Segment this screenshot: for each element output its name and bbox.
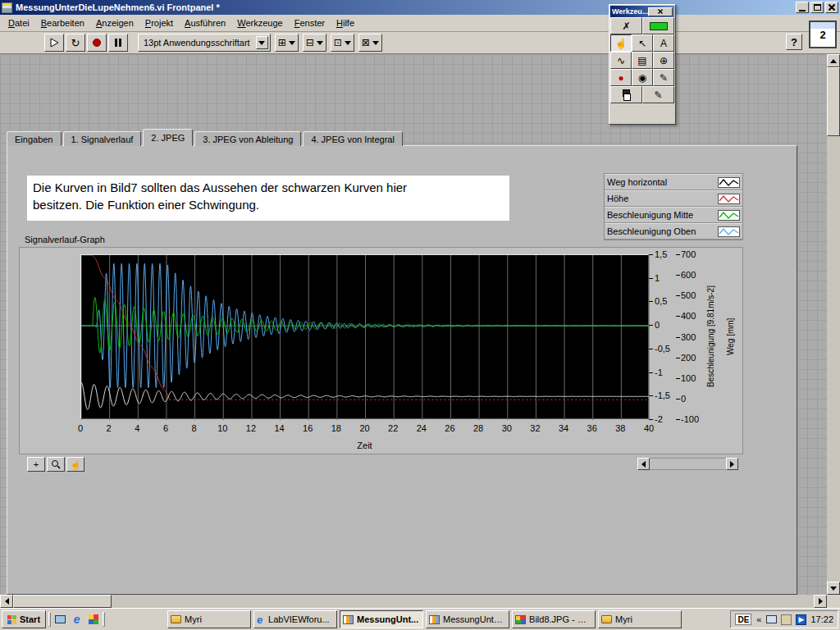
pause-button[interactable] bbox=[108, 34, 128, 52]
title-bar[interactable]: MessungUnterDieLupeNehmen6.vi Frontpanel… bbox=[0, 0, 840, 15]
tray-arrow-icon[interactable]: ▶ bbox=[796, 614, 806, 625]
distribute-objects-dropdown[interactable]: ⊟ bbox=[303, 34, 326, 52]
menu-item-werkzeuge[interactable]: Werkzeuge bbox=[231, 16, 288, 30]
legend-plot-sample[interactable] bbox=[718, 177, 740, 188]
tab-4[interactable]: 3. JPEG von Ableitung bbox=[194, 131, 301, 146]
scroll-right-button[interactable] bbox=[726, 458, 738, 470]
menu-item-hilfe[interactable]: Hilfe bbox=[331, 16, 360, 30]
y-tick-mark bbox=[676, 358, 680, 358]
scroll-down-button[interactable] bbox=[827, 582, 840, 595]
task-label: LabVIEWforu... bbox=[268, 614, 330, 624]
run-continuous-button[interactable]: ↻ bbox=[66, 34, 85, 52]
taskbar-task-folder[interactable]: Myri bbox=[598, 610, 682, 628]
get-color-tool[interactable]: ✎ bbox=[653, 69, 674, 86]
x-tick-label: 24 bbox=[417, 423, 427, 433]
run-continuous-icon: ↻ bbox=[71, 37, 80, 49]
scroll-up-button[interactable] bbox=[827, 54, 840, 67]
automatic-tool-selection[interactable]: ✗ bbox=[610, 17, 642, 34]
minimize-button[interactable] bbox=[796, 2, 809, 13]
tools-palette-close-button[interactable] bbox=[648, 7, 673, 16]
resize-objects-dropdown[interactable]: ⊡ bbox=[331, 34, 354, 52]
align-objects-icon: ⊞ bbox=[278, 37, 286, 48]
arrow-left-icon bbox=[641, 461, 646, 468]
taskbar-task-paint[interactable]: Bild8.JPG - Paint bbox=[512, 610, 596, 628]
x-tick-label: 36 bbox=[587, 423, 597, 433]
tray-volume-icon[interactable] bbox=[781, 614, 792, 625]
paint-tool[interactable]: ✎ bbox=[642, 86, 674, 103]
scroll-window-tool[interactable]: ⊕ bbox=[653, 52, 674, 69]
cursor-tool-button[interactable]: + bbox=[27, 457, 45, 472]
context-help-button[interactable]: ? bbox=[786, 34, 802, 50]
font-selector-dropdown[interactable] bbox=[256, 36, 268, 49]
graph-legend: Weg horizontalHöheBeschleunigung MitteBe… bbox=[604, 173, 743, 240]
tab-3[interactable]: 2. JPEG bbox=[143, 129, 193, 146]
tools-palette-window[interactable]: Werkzeu... ✗☝↖A∿▤⊕●◉✎✎ bbox=[609, 4, 676, 125]
vi-icon[interactable]: 2 bbox=[809, 21, 837, 48]
task-label: MessungUnt... bbox=[357, 614, 418, 624]
tab-1[interactable]: Eingaben bbox=[7, 131, 62, 146]
menu-item-anzeigen[interactable]: Anzeigen bbox=[90, 16, 139, 30]
menu-item-projekt[interactable]: Projekt bbox=[139, 16, 179, 30]
connect-wire-tool[interactable]: ∿ bbox=[610, 52, 632, 69]
scroll-left-button[interactable] bbox=[637, 458, 650, 470]
auto-tool-led[interactable] bbox=[642, 17, 674, 34]
taskbar-clock[interactable]: 17:22 bbox=[810, 614, 833, 624]
plot-area[interactable] bbox=[80, 254, 649, 419]
y-tick-mark bbox=[649, 278, 653, 279]
taskbar-task-ie[interactable]: eLabVIEWforu... bbox=[253, 610, 337, 628]
magnifier-icon bbox=[51, 459, 61, 469]
tab-2[interactable]: 1. Signalverlauf bbox=[63, 131, 142, 146]
taskbar-task-labview[interactable]: MessungUnter... bbox=[426, 610, 509, 628]
abort-button[interactable] bbox=[87, 34, 107, 52]
tab-5[interactable]: 4. JPEG von Integral bbox=[303, 131, 403, 146]
graph-tool-palette: + ☝ bbox=[27, 457, 84, 472]
menu-item-bearbeiten[interactable]: Bearbeiten bbox=[35, 16, 90, 30]
reorder-objects-dropdown[interactable]: ⊠ bbox=[358, 34, 382, 52]
menu-item-datei[interactable]: Datei bbox=[2, 16, 35, 30]
pan-tool-button[interactable]: ☝ bbox=[66, 457, 84, 472]
tray-chevron[interactable]: « bbox=[756, 614, 762, 624]
horizontal-scroll-thumb[interactable] bbox=[13, 595, 112, 608]
legend-label: Höhe bbox=[607, 194, 628, 203]
scroll-left-button[interactable] bbox=[0, 595, 13, 608]
scroll-right-button[interactable] bbox=[814, 595, 827, 608]
y-tick-label: -1 bbox=[655, 368, 679, 377]
menu-item-ausführen[interactable]: Ausführen bbox=[179, 16, 231, 30]
close-button[interactable] bbox=[825, 2, 838, 13]
horizontal-scrollbar[interactable] bbox=[0, 595, 827, 608]
set-breakpoint-tool[interactable]: ● bbox=[610, 69, 632, 86]
quicklaunch-channels-icon[interactable] bbox=[86, 613, 100, 627]
taskbar: Start e MyrieLabVIEWforu...MessungUnt...… bbox=[0, 608, 840, 630]
vertical-scroll-thumb[interactable] bbox=[827, 67, 840, 136]
menu-item-fenster[interactable]: Fenster bbox=[289, 16, 331, 30]
font-selector[interactable]: 13pt Anwendungsschriftart bbox=[138, 34, 271, 52]
tools-palette-titlebar[interactable]: Werkzeu... bbox=[610, 6, 674, 17]
x-tick-label: 8 bbox=[192, 423, 197, 433]
legend-plot-sample[interactable] bbox=[718, 210, 740, 221]
taskbar-task-folder[interactable]: Myri bbox=[167, 610, 251, 628]
probe-data-tool[interactable]: ◉ bbox=[632, 69, 653, 86]
legend-plot-sample[interactable] bbox=[718, 226, 740, 237]
scroll-track[interactable] bbox=[650, 458, 726, 470]
align-objects-dropdown[interactable]: ⊞ bbox=[275, 34, 299, 52]
tray-display-icon[interactable] bbox=[766, 615, 777, 623]
vertical-scrollbar[interactable] bbox=[827, 54, 840, 595]
maximize-button[interactable] bbox=[810, 2, 824, 13]
set-color-tool[interactable] bbox=[610, 86, 642, 103]
start-label: Start bbox=[20, 614, 40, 624]
y-tick-mark bbox=[649, 372, 653, 373]
start-button[interactable]: Start bbox=[2, 610, 46, 628]
position-select-tool[interactable]: ↖ bbox=[632, 34, 653, 52]
edit-text-tool[interactable]: A bbox=[653, 34, 674, 52]
run-button[interactable] bbox=[44, 34, 64, 52]
object-shortcut-menu-tool[interactable]: ▤ bbox=[632, 52, 653, 69]
taskbar-task-labview[interactable]: MessungUnt... bbox=[340, 610, 423, 628]
operate-value-tool[interactable]: ☝ bbox=[610, 34, 632, 52]
language-indicator[interactable]: DE bbox=[735, 614, 751, 625]
legend-plot-sample[interactable] bbox=[718, 194, 740, 204]
y-axis-label-beschleunigung: Beschleunigung [9.81m/s-2] bbox=[704, 254, 717, 419]
quicklaunch-browser-icon[interactable]: e bbox=[70, 613, 84, 627]
zoom-tool-button[interactable] bbox=[47, 457, 65, 472]
quicklaunch-desktop-icon[interactable] bbox=[53, 613, 67, 627]
y-tick-mark bbox=[649, 325, 653, 326]
